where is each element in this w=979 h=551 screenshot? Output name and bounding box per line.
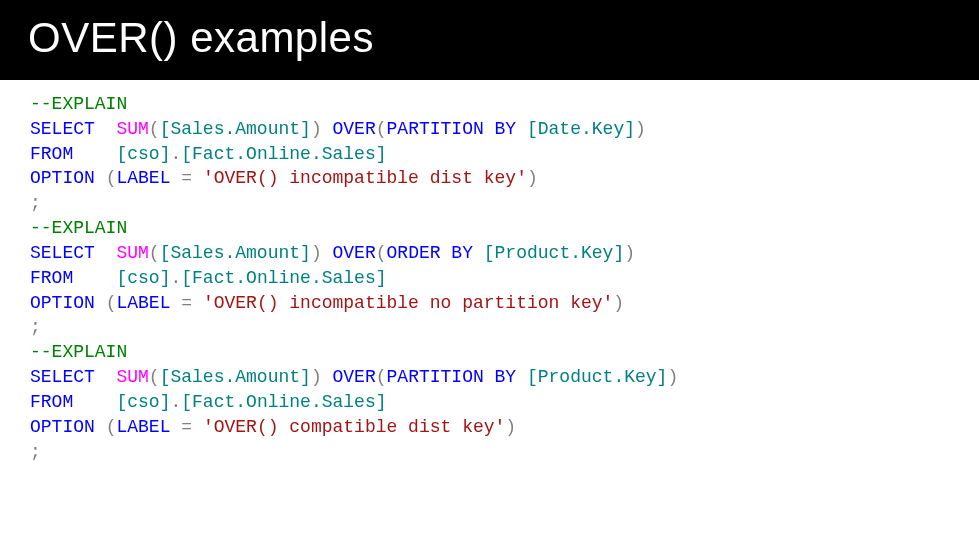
code-keyword: OPTION	[30, 417, 95, 437]
code-keyword: FROM	[30, 392, 73, 412]
code-punct: ;	[30, 193, 41, 213]
code-punct: .	[170, 268, 181, 288]
code-punct: )	[613, 293, 624, 313]
code-punct: (	[106, 168, 117, 188]
code-function: SUM	[116, 243, 148, 263]
code-keyword: SELECT	[30, 119, 95, 139]
code-keyword: OPTION	[30, 168, 95, 188]
code-punct: (	[149, 119, 160, 139]
code-keyword: LABEL	[116, 168, 170, 188]
code-keyword: OVER	[333, 119, 376, 139]
code-keyword: FROM	[30, 144, 73, 164]
code-punct: )	[311, 243, 322, 263]
code-punct: )	[311, 119, 322, 139]
code-string: 'OVER() compatible dist key'	[203, 417, 505, 437]
code-comment: --EXPLAIN	[30, 342, 127, 362]
code-punct: ;	[30, 442, 41, 462]
code-keyword: SELECT	[30, 243, 95, 263]
sql-code-block: --EXPLAIN SELECT SUM([Sales.Amount]) OVE…	[0, 80, 979, 476]
code-keyword: OVER	[333, 367, 376, 387]
code-keyword: PARTITION BY	[387, 119, 517, 139]
code-keyword: ORDER BY	[387, 243, 473, 263]
code-string: 'OVER() incompatible no partition key'	[203, 293, 613, 313]
code-punct: =	[181, 293, 192, 313]
code-punct: (	[149, 367, 160, 387]
code-punct: )	[667, 367, 678, 387]
code-keyword: OVER	[333, 243, 376, 263]
code-identifier: [Date.Key]	[527, 119, 635, 139]
code-identifier: [cso]	[116, 144, 170, 164]
code-identifier: [Product.Key]	[484, 243, 624, 263]
code-keyword: LABEL	[116, 293, 170, 313]
code-keyword: PARTITION BY	[387, 367, 517, 387]
code-comment: --EXPLAIN	[30, 94, 127, 114]
code-punct: (	[376, 367, 387, 387]
code-identifier: [Sales.Amount]	[160, 119, 311, 139]
code-identifier: [cso]	[116, 268, 170, 288]
code-punct: .	[170, 144, 181, 164]
code-punct: ;	[30, 317, 41, 337]
code-punct: =	[181, 168, 192, 188]
code-keyword: FROM	[30, 268, 73, 288]
code-function: SUM	[116, 367, 148, 387]
code-identifier: [Fact.Online.Sales]	[181, 392, 386, 412]
code-punct: .	[170, 392, 181, 412]
code-punct: )	[624, 243, 635, 263]
code-keyword: LABEL	[116, 417, 170, 437]
code-punct: (	[149, 243, 160, 263]
code-punct: )	[311, 367, 322, 387]
code-keyword: OPTION	[30, 293, 95, 313]
code-identifier: [Product.Key]	[527, 367, 667, 387]
code-punct: (	[106, 417, 117, 437]
code-punct: )	[527, 168, 538, 188]
code-identifier: [Fact.Online.Sales]	[181, 144, 386, 164]
code-identifier: [Fact.Online.Sales]	[181, 268, 386, 288]
slide-title: OVER() examples	[0, 0, 979, 80]
code-comment: --EXPLAIN	[30, 218, 127, 238]
code-identifier: [cso]	[116, 392, 170, 412]
code-function: SUM	[116, 119, 148, 139]
code-string: 'OVER() incompatible dist key'	[203, 168, 527, 188]
code-punct: =	[181, 417, 192, 437]
code-punct: )	[505, 417, 516, 437]
code-identifier: [Sales.Amount]	[160, 367, 311, 387]
code-punct: (	[376, 119, 387, 139]
code-punct: (	[376, 243, 387, 263]
code-punct: )	[635, 119, 646, 139]
code-identifier: [Sales.Amount]	[160, 243, 311, 263]
code-punct: (	[106, 293, 117, 313]
code-keyword: SELECT	[30, 367, 95, 387]
